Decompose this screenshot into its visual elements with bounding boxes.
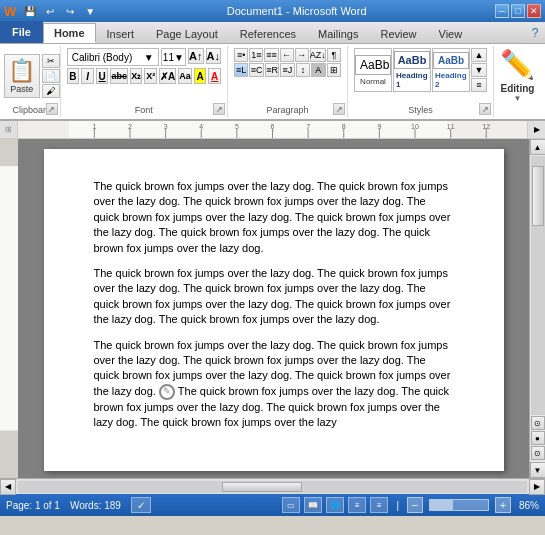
minimize-button[interactable]: ─ xyxy=(495,4,509,18)
align-right-button[interactable]: ≡R xyxy=(265,63,279,77)
styles-dialog-launcher[interactable]: ↗ xyxy=(479,103,491,115)
ruler-right-btn[interactable]: ▶ xyxy=(527,121,545,138)
paragraph-1: The quick brown fox jumps over the lazy … xyxy=(94,179,454,256)
italic-button[interactable]: I xyxy=(81,68,94,84)
copy-button[interactable]: 📄 xyxy=(42,69,60,83)
tab-review[interactable]: Review xyxy=(369,23,427,43)
sort-button[interactable]: AZ↓ xyxy=(310,48,326,62)
numbering-button[interactable]: 1≡ xyxy=(249,48,263,62)
maximize-button[interactable]: □ xyxy=(511,4,525,18)
tab-references[interactable]: References xyxy=(229,23,307,43)
paragraph-dialog-launcher[interactable]: ↗ xyxy=(333,103,345,115)
save-qat-button[interactable]: 💾 xyxy=(22,3,38,19)
line-spacing-button[interactable]: ↕ xyxy=(296,63,310,77)
decrease-indent-button[interactable]: ← xyxy=(280,48,294,62)
clear-format-button[interactable]: ✗A xyxy=(159,68,176,84)
svg-text:5: 5 xyxy=(235,123,239,130)
select-browse-button[interactable]: ● xyxy=(531,431,545,445)
align-left-button[interactable]: ≡L xyxy=(234,63,248,77)
zoom-separator: | xyxy=(396,500,399,511)
underline-button[interactable]: U xyxy=(96,68,109,84)
font-size-dropdown[interactable]: 11 ▼ xyxy=(161,48,186,66)
scrollbar-down-button[interactable]: ▼ xyxy=(530,462,546,478)
style-heading1[interactable]: AaBb Heading 1 xyxy=(393,48,431,92)
format-painter-button[interactable]: 🖌 xyxy=(42,84,60,98)
styles-label: Styles xyxy=(408,105,433,115)
strikethrough-button[interactable]: abc xyxy=(110,68,128,84)
hscroll-right-button[interactable]: ▶ xyxy=(529,479,545,495)
align-center-button[interactable]: ≡C xyxy=(249,63,263,77)
tab-page-layout[interactable]: Page Layout xyxy=(145,23,229,43)
bold-button[interactable]: B xyxy=(67,68,80,84)
tab-file[interactable]: File xyxy=(0,21,43,43)
doc-scroll-area[interactable]: The quick brown fox jumps over the lazy … xyxy=(18,139,529,478)
font-label: Font xyxy=(135,105,153,115)
styles-down-button[interactable]: ▼ xyxy=(471,63,487,77)
tab-view[interactable]: View xyxy=(428,23,474,43)
tab-mailings[interactable]: Mailings xyxy=(307,23,369,43)
print-layout-button[interactable]: ▭ xyxy=(282,497,300,513)
window-title: Document1 - Microsoft Word xyxy=(98,5,495,17)
hscroll-track[interactable] xyxy=(18,481,527,493)
tab-insert[interactable]: Insert xyxy=(96,23,146,43)
styles-up-button[interactable]: ▲ xyxy=(471,48,487,62)
next-page-button[interactable]: ⊙ xyxy=(531,446,545,460)
hscroll-left-button[interactable]: ◀ xyxy=(0,479,16,495)
zoom-in-button[interactable]: + xyxy=(495,497,511,513)
help-button[interactable]: ? xyxy=(525,23,545,43)
clipboard-dialog-launcher[interactable]: ↗ xyxy=(46,103,58,115)
justify-button[interactable]: ≡J xyxy=(280,63,294,77)
highlight-button[interactable]: A xyxy=(194,68,207,84)
draft-button[interactable]: ≡ xyxy=(370,497,388,513)
clipboard-small-buttons: ✂ 📄 🖌 xyxy=(42,54,60,98)
ruler-svg: 1 2 3 4 5 6 7 8 9 10 11 12 xyxy=(18,121,527,138)
style-heading2[interactable]: AaBb Heading 2 xyxy=(432,48,470,92)
close-button[interactable]: ✕ xyxy=(527,4,541,18)
web-layout-button[interactable]: 🌐 xyxy=(326,497,344,513)
shading-button[interactable]: A xyxy=(311,63,325,77)
prev-page-button[interactable]: ⊙ xyxy=(531,416,545,430)
clipboard-group: 📋 Paste ✂ 📄 🖌 Clipboard ↗ xyxy=(4,46,61,117)
vertical-ruler xyxy=(0,139,18,478)
scrollbar-up-button[interactable]: ▲ xyxy=(530,139,546,155)
font-grow-button[interactable]: A↑ xyxy=(188,48,203,64)
redo-qat-button[interactable]: ↪ xyxy=(62,3,78,19)
style-heading1-preview: AaBb xyxy=(394,51,430,69)
bullets-button[interactable]: ≡• xyxy=(234,48,248,62)
scrollbar-thumb[interactable] xyxy=(532,166,544,226)
increase-indent-button[interactable]: → xyxy=(295,48,309,62)
change-case-button[interactable]: Aa xyxy=(178,68,192,84)
font-name-dropdown[interactable]: Calibri (Body) ▼ xyxy=(67,48,159,66)
page-info: Page: 1 of 1 xyxy=(6,500,60,511)
superscript-button[interactable]: X² xyxy=(144,68,157,84)
zoom-slider[interactable] xyxy=(429,499,489,511)
outline-button[interactable]: ≡ xyxy=(348,497,366,513)
style-normal[interactable]: AaBb Normal xyxy=(354,48,392,92)
full-reading-button[interactable]: 📖 xyxy=(304,497,322,513)
subscript-button[interactable]: X₂ xyxy=(130,68,143,84)
paste-button[interactable]: 📋 Paste xyxy=(4,54,40,98)
font-row-2: B I U abc X₂ X² ✗A Aa A A xyxy=(67,68,221,84)
multilevel-button[interactable]: ≡≡ xyxy=(264,48,278,62)
show-hide-button[interactable]: ¶ xyxy=(327,48,341,62)
styles-thumbnails: AaBb Normal AaBb Heading 1 AaBb Heading … xyxy=(354,48,487,92)
font-color-button[interactable]: A xyxy=(208,68,221,84)
font-shrink-button[interactable]: A↓ xyxy=(206,48,221,64)
svg-rect-1 xyxy=(69,121,451,138)
cut-button[interactable]: ✂ xyxy=(42,54,60,68)
document-page: The quick brown fox jumps over the lazy … xyxy=(44,149,504,471)
borders-button[interactable]: ⊞ xyxy=(327,63,341,77)
styles-more-button[interactable]: ≡ xyxy=(471,78,487,92)
hscroll-thumb[interactable] xyxy=(222,482,302,492)
style-normal-label: Normal xyxy=(360,77,386,86)
zoom-out-button[interactable]: − xyxy=(407,497,423,513)
undo-qat-button[interactable]: ↩ xyxy=(42,3,58,19)
scrollbar-track[interactable] xyxy=(531,156,545,415)
tab-home[interactable]: Home xyxy=(43,23,96,43)
ribbon-body: 📋 Paste ✂ 📄 🖌 Clipboard ↗ Calibri (Body)… xyxy=(0,44,545,121)
editing-label: Editing xyxy=(501,83,535,94)
customize-qat-button[interactable]: ▼ xyxy=(82,3,98,19)
font-dialog-launcher[interactable]: ↗ xyxy=(213,103,225,115)
clipboard-content: 📋 Paste ✂ 📄 🖌 xyxy=(4,48,60,103)
spelling-check-button[interactable]: ✓ xyxy=(131,497,151,513)
